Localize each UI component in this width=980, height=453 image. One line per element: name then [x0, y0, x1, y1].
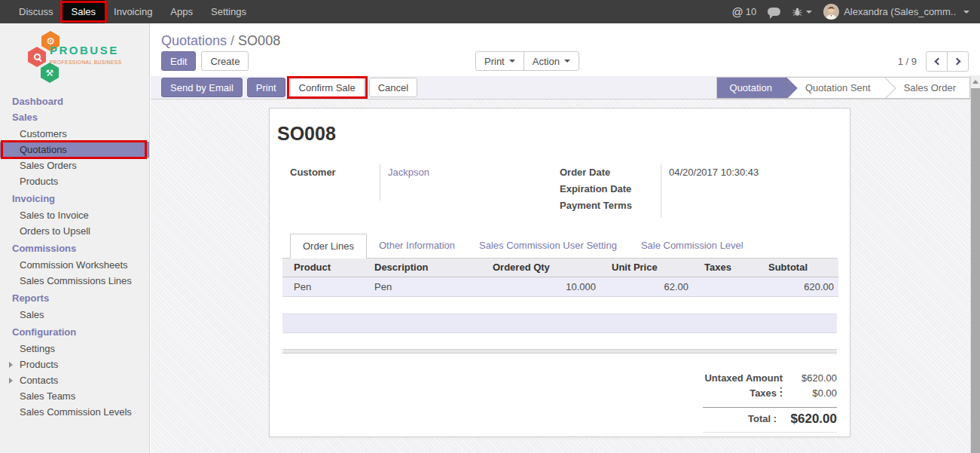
action-dropdown-button[interactable]: Action — [524, 51, 579, 71]
create-button[interactable]: Create — [201, 51, 249, 71]
status-pipeline: Quotation Quotation Sent Sales Order — [716, 77, 970, 99]
cell-taxes[interactable] — [693, 277, 757, 296]
sidebar-item-products[interactable]: Products — [0, 173, 149, 189]
caret-down-icon — [963, 11, 969, 14]
vertical-scrollbar[interactable] — [970, 75, 980, 453]
totals-separator — [703, 407, 837, 408]
empty-list-row — [282, 314, 837, 333]
tab-sale-commission-level[interactable]: Sale Commission Level — [629, 234, 756, 258]
stage-quotation[interactable]: Quotation — [717, 78, 786, 98]
col-subtotal: Subtotal — [757, 259, 838, 277]
caret-down-icon — [564, 60, 570, 63]
cell-subtotal[interactable]: 620.00 — [757, 277, 838, 296]
confirm-sale-button[interactable]: Confirm Sale — [290, 78, 365, 97]
sidebar-item-sales-commissions-lines[interactable]: Sales Commissions Lines — [0, 273, 149, 289]
order-date-label: Order Date — [560, 164, 661, 181]
cancel-button[interactable]: Cancel — [369, 78, 417, 97]
top-nav-systray: @ 10 — [731, 0, 980, 23]
logo-title: PROBUSE — [50, 44, 119, 57]
send-by-email-button[interactable]: Send by Email — [161, 78, 243, 97]
print-button[interactable]: Print — [247, 78, 285, 97]
sidebar-item-reports[interactable]: Reports — [0, 292, 149, 305]
pager-previous-button[interactable] — [926, 51, 948, 72]
tab-order-lines[interactable]: Order Lines — [290, 234, 367, 259]
customer-value-link[interactable]: Jackpson — [388, 164, 429, 181]
sidebar-item-customers[interactable]: Customers — [0, 126, 149, 142]
table-row[interactable]: Pen Pen 10.000 62.00 620.00 — [282, 277, 838, 296]
pager-next-button[interactable] — [947, 51, 969, 72]
sidebar-item-config-products[interactable]: Products — [0, 357, 149, 372]
header-fields: Customer Jackpson Order Date Expiration … — [270, 164, 850, 217]
tab-sales-commission-user-setting[interactable]: Sales Commission User Setting — [467, 234, 629, 258]
activities-counter[interactable]: @ 10 — [731, 5, 756, 18]
pager: 1 / 9 — [898, 51, 969, 72]
nav-apps[interactable]: Apps — [161, 0, 202, 23]
tab-other-information[interactable]: Other Information — [367, 234, 467, 258]
sidebar-item-quotations[interactable]: Quotations — [0, 142, 149, 158]
sidebar-item-sales-teams[interactable]: Sales Teams — [0, 388, 149, 404]
sidebar-item-dashboard[interactable]: Dashboard — [0, 96, 149, 108]
col-ordered-qty: Ordered Qty — [481, 259, 600, 277]
sidebar-item-commissions[interactable]: Commissions — [0, 243, 149, 255]
breadcrumb-quotations-link[interactable]: Quotations — [161, 33, 227, 48]
sidebar-item-configuration[interactable]: Configuration — [0, 326, 149, 338]
col-product: Product — [282, 259, 363, 277]
user-menu[interactable]: Alexandra (Sales_comm.. — [823, 4, 969, 20]
sidebar-item-commission-worksheets[interactable]: Commission Worksheets — [0, 257, 149, 273]
expand-arrow-icon — [9, 378, 13, 384]
chat-bubble-icon[interactable] — [768, 8, 780, 16]
sidebar-menu: Dashboard Sales Customers Quotations Sal… — [0, 96, 149, 420]
nav-sales[interactable]: Sales — [63, 0, 105, 23]
cell-product[interactable]: Pen — [282, 277, 363, 296]
at-icon: @ — [731, 5, 743, 18]
sidebar-item-settings[interactable]: Settings — [0, 341, 149, 357]
expiration-date-value — [669, 181, 759, 197]
sidebar-item-sales-to-invoice[interactable]: Sales to Invoice — [0, 207, 149, 223]
sidebar-item-orders-to-upsell[interactable]: Orders to Upsell — [0, 223, 149, 239]
totals-block: Untaxed Amount : $620.00 Taxes : $0.00 T… — [703, 372, 837, 433]
caret-down-icon — [509, 60, 515, 63]
list-footer-divider — [282, 349, 837, 354]
payment-terms-value — [669, 197, 759, 214]
stage-quotation-sent[interactable]: Quotation Sent — [786, 78, 884, 98]
form-view-background: SO008 Customer Jackpson Order Date — [151, 99, 970, 453]
breadcrumb: Quotations / SO008 — [151, 23, 980, 49]
untaxed-amount-value: $620.00 — [783, 372, 837, 384]
cell-unit-price[interactable]: 62.00 — [600, 277, 693, 296]
taxes-value: $0.00 — [783, 387, 837, 399]
chevron-left-icon — [934, 58, 942, 66]
nav-settings[interactable]: Settings — [202, 0, 255, 23]
edit-button[interactable]: Edit — [161, 51, 196, 71]
nav-discuss[interactable]: Discuss — [10, 0, 63, 23]
top-nav-menus: Discuss Sales Invoicing Apps Settings — [0, 0, 255, 23]
activities-count: 10 — [746, 6, 756, 17]
print-dropdown-button[interactable]: Print — [475, 51, 524, 71]
scrollbar-up-button[interactable] — [971, 75, 980, 87]
sidebar-item-reports-sales[interactable]: Sales — [0, 307, 149, 323]
caret-down-icon — [806, 11, 812, 14]
sidebar-item-config-contacts[interactable]: Contacts — [0, 372, 149, 388]
magnifier-icon — [28, 47, 46, 67]
sidebar-item-sales-commission-levels[interactable]: Sales Commission Levels — [0, 404, 149, 420]
sidebar-item-sales-orders[interactable]: Sales Orders — [0, 158, 149, 173]
sidebar-item-invoicing[interactable]: Invoicing — [0, 193, 149, 205]
cell-description[interactable]: Pen — [363, 277, 481, 296]
nav-invoicing[interactable]: Invoicing — [105, 0, 161, 23]
main-content: Quotations / SO008 Edit Create Print Act… — [151, 23, 980, 453]
breadcrumb-current: SO008 — [238, 33, 280, 48]
probuse-logo: ⚙ ⚒ PROBUSE PROFESSIONAL BUSINESS — [0, 23, 149, 88]
statusbar: Send by Email Print Confirm Sale Cancel … — [151, 76, 970, 99]
col-taxes: Taxes — [693, 259, 757, 277]
stage-sales-order[interactable]: Sales Order — [884, 78, 969, 98]
scrollbar-thumb[interactable] — [971, 88, 980, 453]
logo-subtitle: PROFESSIONAL BUSINESS — [50, 60, 122, 65]
debug-menu[interactable] — [792, 7, 812, 17]
expand-arrow-icon — [9, 362, 13, 368]
order-date-value: 04/20/2017 10:30:43 — [669, 164, 759, 181]
pager-count: 1 / 9 — [898, 56, 917, 67]
total-label: Total : — [703, 413, 777, 424]
cell-ordered-qty[interactable]: 10.000 — [481, 277, 600, 296]
quotation-sheet: SO008 Customer Jackpson Order Date — [269, 108, 850, 437]
sidebar-item-sales[interactable]: Sales — [0, 112, 149, 124]
customer-label: Customer — [290, 164, 380, 181]
